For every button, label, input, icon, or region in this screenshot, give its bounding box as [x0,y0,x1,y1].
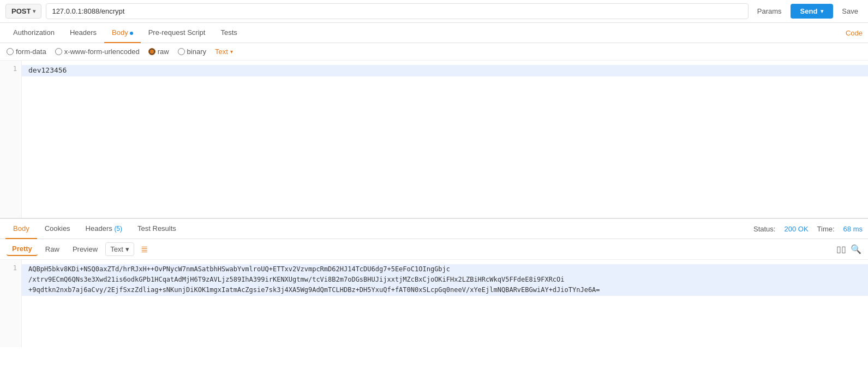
preview-button[interactable]: Preview [67,243,103,255]
method-label: POST [11,7,31,15]
request-line-1: dev123456 [22,65,868,76]
raw-option[interactable]: raw [148,47,169,56]
url-input[interactable] [46,3,748,19]
raw-radio[interactable] [148,48,155,55]
urlencoded-radio[interactable] [55,48,62,55]
tab-prerequest[interactable]: Pre-request Script [141,23,213,43]
response-body-content[interactable]: AQBpH5bkv8KDi+NSQ0axZTd/hrRJxH++OvPNycW7… [22,260,868,347]
binary-radio[interactable] [178,48,185,55]
method-selector[interactable]: POST ▾ [5,4,41,19]
wrap-icon[interactable]: ≣ [141,244,148,254]
urlencoded-option[interactable]: x-www-form-urlencoded [55,47,140,56]
params-button[interactable]: Params [753,4,786,18]
request-editor: 1 dev123456 [0,61,868,219]
raw-button[interactable]: Raw [40,243,65,255]
response-format-dropdown[interactable]: Text ▾ [105,242,134,256]
code-link[interactable]: Code [846,23,863,43]
time-label: Time: [817,225,835,233]
body-options: form-data x-www-form-urlencoded raw bina… [0,43,868,61]
response-line-1: AQBpH5bkv8KDi+NSQ0axZTd/hrRJxH++OvPNycW7… [22,264,868,296]
copy-button[interactable]: ▯▯ [836,244,846,254]
format-bar: Pretty Raw Preview Text ▾ ≣ ▯▯ 🔍 [0,239,868,260]
tab-body[interactable]: Body [104,23,141,43]
send-chevron-icon: ▾ [821,8,823,14]
form-data-radio[interactable] [7,48,14,55]
response-tabs-bar: Body Cookies Headers (5) Test Results St… [0,219,868,239]
response-tab-headers[interactable]: Headers (5) [78,219,130,239]
send-label: Send [800,7,818,15]
response-tab-cookies[interactable]: Cookies [37,219,78,239]
time-value: 68 ms [843,225,863,233]
response-body: 1 AQBpH5bkv8KDi+NSQ0axZTd/hrRJxH++OvPNyc… [0,260,868,347]
save-button[interactable]: Save [837,4,863,18]
request-line-numbers: 1 [0,61,22,218]
tab-headers[interactable]: Headers [62,23,104,43]
response-tab-body[interactable]: Body [5,219,37,239]
tab-authorization[interactable]: Authorization [5,23,62,43]
text-type-dropdown[interactable]: Text ▾ [215,47,233,56]
headers-badge: (5) [114,225,122,233]
send-button[interactable]: Send ▾ [791,4,834,19]
response-tab-test-results[interactable]: Test Results [130,219,184,239]
search-button[interactable]: 🔍 [851,244,861,254]
form-data-option[interactable]: form-data [7,47,46,56]
format-actions: ▯▯ 🔍 [836,244,861,254]
method-chevron-icon: ▾ [33,8,35,14]
body-dot-indicator [130,32,133,35]
top-bar: POST ▾ Params Send ▾ Save [0,0,868,23]
response-line-numbers: 1 [0,260,22,347]
status-label: Status: [753,225,775,233]
response-status-info: Status: 200 OK Time: 68 ms [753,225,863,233]
text-type-chevron-icon: ▾ [230,49,233,55]
binary-option[interactable]: binary [178,47,206,56]
response-format-chevron-icon: ▾ [125,245,129,253]
text-type-label: Text [215,47,228,56]
tab-tests[interactable]: Tests [213,23,244,43]
response-format-label: Text [110,245,123,253]
request-tabs: Authorization Headers Body Pre-request S… [0,23,868,43]
request-body-content[interactable]: dev123456 [22,61,868,218]
pretty-button[interactable]: Pretty [7,242,38,256]
status-value: 200 OK [784,225,808,233]
